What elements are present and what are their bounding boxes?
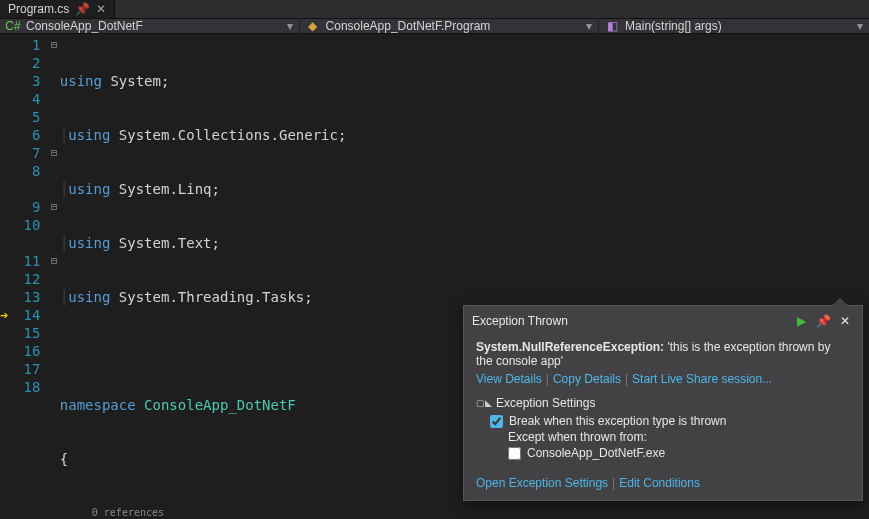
- exception-message: System.NullReferenceException: 'this is …: [476, 340, 850, 368]
- exception-settings-expander[interactable]: ▢◣ Exception Settings: [476, 396, 850, 410]
- edit-conditions-link[interactable]: Edit Conditions: [619, 476, 700, 490]
- live-share-link[interactable]: Start Live Share session...: [632, 372, 772, 386]
- editor-root: Program.cs 📌 ✕ C# ConsoleApp_DotNetF ▾ ◆…: [0, 0, 869, 519]
- chevron-down-icon: ▾: [586, 19, 592, 33]
- current-statement-arrow-icon: ➔: [0, 306, 8, 324]
- except-module-checkbox[interactable]: ConsoleApp_DotNetF.exe: [508, 446, 850, 460]
- close-tab-icon[interactable]: ✕: [96, 2, 106, 16]
- chevron-down-icon: ▾: [287, 19, 293, 33]
- exception-popup: Exception Thrown ▶ 📌 ✕ System.NullRefere…: [463, 305, 863, 501]
- pin-popup-icon[interactable]: 📌: [814, 312, 832, 330]
- popup-title: Exception Thrown: [472, 314, 788, 328]
- nav-class-label: ConsoleApp_DotNetF.Program: [326, 19, 491, 33]
- except-when-label: Except when thrown from:: [508, 430, 850, 444]
- file-tab[interactable]: Program.cs 📌 ✕: [0, 0, 115, 18]
- csharp-project-icon: C#: [6, 19, 20, 33]
- codelens-references[interactable]: 0 references: [92, 504, 164, 519]
- chevron-down-icon: ▾: [857, 19, 863, 33]
- file-tab-label: Program.cs: [8, 2, 69, 16]
- glyph-margin: ➔: [0, 34, 15, 519]
- nav-method-dropdown[interactable]: ◧ Main(string[] args) ▾: [599, 19, 869, 33]
- close-popup-icon[interactable]: ✕: [836, 312, 854, 330]
- fold-gutter[interactable]: ⊟⊟⊟⊟: [48, 34, 59, 519]
- line-number-gutter: 123456789101112131415161718: [15, 34, 49, 519]
- method-icon: ◧: [605, 19, 619, 33]
- nav-bar: C# ConsoleApp_DotNetF ▾ ◆ ConsoleApp_Dot…: [0, 19, 869, 34]
- nav-method-label: Main(string[] args): [625, 19, 722, 33]
- break-on-exception-checkbox[interactable]: Break when this exception type is thrown: [490, 414, 850, 428]
- class-icon: ◆: [306, 19, 320, 33]
- popup-header: Exception Thrown ▶ 📌 ✕: [464, 306, 862, 336]
- popup-pointer-icon: [832, 298, 848, 306]
- open-exception-settings-link[interactable]: Open Exception Settings: [476, 476, 608, 490]
- copy-details-link[interactable]: Copy Details: [553, 372, 621, 386]
- pin-icon[interactable]: 📌: [75, 2, 90, 16]
- triangle-down-icon: ▢◣: [476, 398, 492, 408]
- continue-button[interactable]: ▶: [792, 312, 810, 330]
- nav-project-label: ConsoleApp_DotNetF: [26, 19, 143, 33]
- nav-project-dropdown[interactable]: C# ConsoleApp_DotNetF ▾: [0, 19, 300, 33]
- tab-bar: Program.cs 📌 ✕: [0, 0, 869, 19]
- view-details-link[interactable]: View Details: [476, 372, 542, 386]
- nav-class-dropdown[interactable]: ◆ ConsoleApp_DotNetF.Program ▾: [300, 19, 600, 33]
